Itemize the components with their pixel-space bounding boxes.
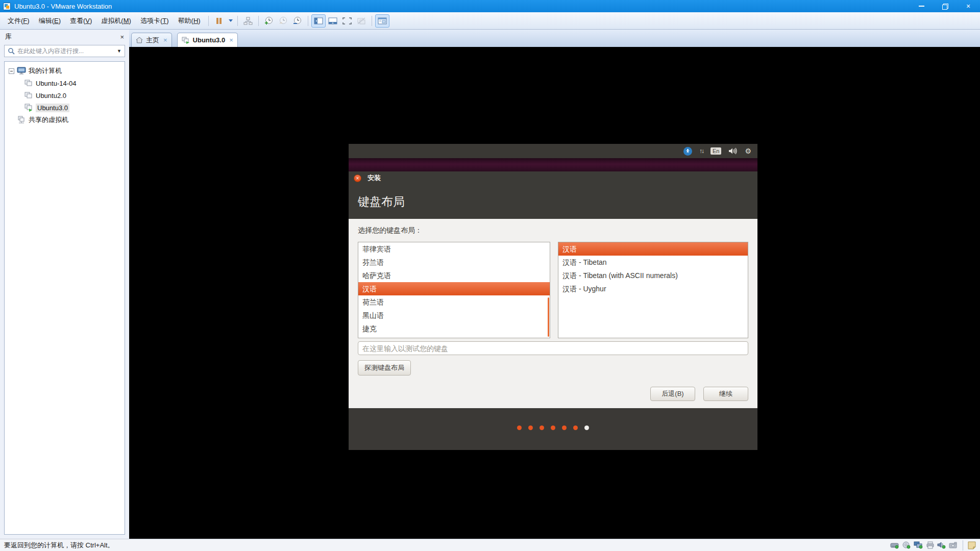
scrollbar-thumb[interactable]	[548, 297, 549, 337]
layout-list-item[interactable]: 芬兰语	[358, 256, 550, 269]
volume-indicator-icon[interactable]	[728, 147, 738, 155]
variant-list[interactable]: 汉语 汉语 - Tibetan 汉语 - Tibetan (with	[558, 242, 748, 338]
variant-label: 汉语	[562, 245, 577, 253]
network-indicator-icon[interactable]: ↑↓	[699, 147, 703, 155]
unity-mode-icon	[357, 17, 366, 24]
hard-disk-icon[interactable]	[890, 541, 899, 549]
progress-dot	[573, 425, 578, 430]
variant-list-item[interactable]: 汉语 - Tibetan (with ASCII numerals)	[558, 269, 748, 282]
installer-titlebar[interactable]: × 安装	[349, 171, 757, 185]
installer-footer	[349, 408, 757, 450]
tab-close-icon[interactable]: ×	[229, 36, 233, 44]
accessibility-indicator-icon[interactable]	[683, 147, 692, 156]
toggle-library-button[interactable]	[311, 14, 326, 28]
unity-mode-button[interactable]	[354, 14, 369, 28]
vm-icon	[24, 91, 33, 99]
layout-label: 芬兰语	[362, 258, 384, 266]
menu-help[interactable]: 帮助(H)	[174, 15, 205, 27]
variant-list-item[interactable]: 汉语 - Uyghur	[558, 282, 748, 295]
variant-label: 汉语 - Tibetan (with ASCII numerals)	[562, 271, 678, 280]
installer-window: × 安装 键盘布局 选择您的键盘布局：	[349, 171, 757, 450]
toggle-thumbnail-bar-button[interactable]	[326, 14, 340, 28]
toolbar-separator	[208, 16, 209, 26]
menu-vm[interactable]: 虚拟机(M)	[96, 15, 136, 27]
installer-close-icon[interactable]: ×	[354, 174, 361, 182]
snapshot-manager-button[interactable]	[290, 14, 305, 28]
restore-icon	[942, 4, 947, 9]
close-icon: ×	[966, 2, 970, 10]
guest-screen[interactable]: ↑↓ En ⚙	[349, 144, 757, 450]
fullscreen-button[interactable]	[340, 14, 354, 28]
menu-tabs[interactable]: 选项卡(T)	[136, 15, 174, 27]
continue-button[interactable]: 继续	[703, 387, 748, 401]
usb-camera-icon[interactable]	[949, 541, 958, 549]
layout-list-item[interactable]: 哈萨克语	[358, 269, 550, 282]
printer-icon[interactable]	[926, 541, 935, 549]
take-snapshot-button[interactable]	[262, 14, 276, 28]
installer-title: 安装	[368, 173, 381, 183]
detect-keyboard-button[interactable]: 探测键盘布局	[358, 360, 411, 375]
tree-item[interactable]: 共享的虚拟机	[5, 114, 125, 126]
layout-list-item[interactable]: 黑山语	[358, 309, 550, 322]
keyboard-layout-indicator[interactable]: En	[710, 147, 721, 155]
search-input[interactable]	[17, 47, 115, 55]
back-button[interactable]: 后退(B)	[650, 387, 695, 401]
layout-label: 黑山语	[362, 311, 384, 319]
layout-list-item[interactable]: 菲律宾语	[358, 242, 550, 256]
restore-button[interactable]	[933, 0, 957, 12]
layout-list-item[interactable]: 荷兰语	[358, 295, 550, 309]
layout-list[interactable]: 菲律宾语 芬兰语 哈萨克语	[358, 242, 550, 338]
chevron-down-icon	[229, 19, 233, 22]
menu-toolbar: 文件(F) 编辑(E) 查看(V) 虚拟机(M) 选项卡(T) 帮助(H)	[0, 12, 980, 30]
tab-close-icon[interactable]: ×	[163, 36, 167, 44]
layout-list-item[interactable]: 捷克	[358, 322, 550, 335]
tree-item[interactable]: Ubuntu3.0	[5, 102, 125, 114]
page-title: 键盘布局	[358, 194, 405, 210]
ubuntu-top-panel: ↑↓ En ⚙	[349, 144, 757, 158]
tree-item[interactable]: 我的计算机	[5, 65, 125, 77]
cd-dvd-icon[interactable]	[902, 541, 911, 549]
layout-list-item[interactable]: 汉语	[358, 282, 550, 295]
tree-item-label: 我的计算机	[29, 66, 62, 76]
pause-vm-button[interactable]	[212, 14, 226, 28]
tab-home[interactable]: 主页 ×	[131, 33, 172, 47]
toolbar-separator	[237, 16, 238, 26]
toolbar-separator	[372, 16, 372, 26]
message-note-icon[interactable]	[968, 541, 976, 549]
power-options-dropdown[interactable]	[226, 14, 234, 28]
library-search-box[interactable]: ▼	[4, 45, 125, 57]
library-close-icon[interactable]: ×	[120, 33, 124, 41]
menu-view[interactable]: 查看(V)	[65, 15, 96, 27]
shared-vms-icon	[17, 116, 26, 124]
send-ctrl-alt-del-button[interactable]	[241, 14, 255, 28]
tree-item[interactable]: Ubuntu-14-04	[5, 77, 125, 89]
session-gear-icon[interactable]: ⚙	[745, 147, 751, 155]
library-title: 库	[5, 32, 12, 41]
network-adapter-icon[interactable]	[914, 541, 923, 549]
tree-expander-icon[interactable]	[9, 68, 14, 74]
console-view-button[interactable]	[375, 14, 389, 28]
sound-device-icon[interactable]	[937, 541, 946, 549]
variant-list-item[interactable]: 汉语 - Tibetan	[558, 256, 748, 269]
close-button[interactable]: ×	[957, 0, 980, 12]
tab-label: Ubuntu3.0	[193, 36, 226, 44]
snapshot-clock-icon	[264, 16, 274, 26]
tree-item[interactable]: Ubuntu2.0	[5, 89, 125, 102]
vm-icon	[24, 79, 33, 87]
menu-edit[interactable]: 编辑(E)	[34, 15, 65, 27]
progress-dot	[562, 425, 567, 430]
tab-ubuntu3[interactable]: Ubuntu3.0 ×	[177, 33, 238, 47]
revert-snapshot-button[interactable]	[276, 14, 290, 28]
menu-file[interactable]: 文件(F)	[3, 15, 34, 27]
device-tray	[890, 540, 976, 550]
minimize-button[interactable]	[910, 0, 933, 12]
tray-separator	[963, 540, 963, 550]
search-dropdown-icon[interactable]: ▼	[117, 48, 121, 54]
vm-console-area[interactable]: ↑↓ En ⚙	[129, 47, 980, 539]
vmware-app-icon	[3, 3, 11, 10]
progress-dot	[584, 425, 589, 430]
keyboard-test-input[interactable]	[358, 341, 748, 355]
variant-list-item[interactable]: 汉语	[558, 242, 748, 256]
vm-running-icon	[24, 104, 33, 112]
devices-tree-icon	[243, 17, 253, 25]
